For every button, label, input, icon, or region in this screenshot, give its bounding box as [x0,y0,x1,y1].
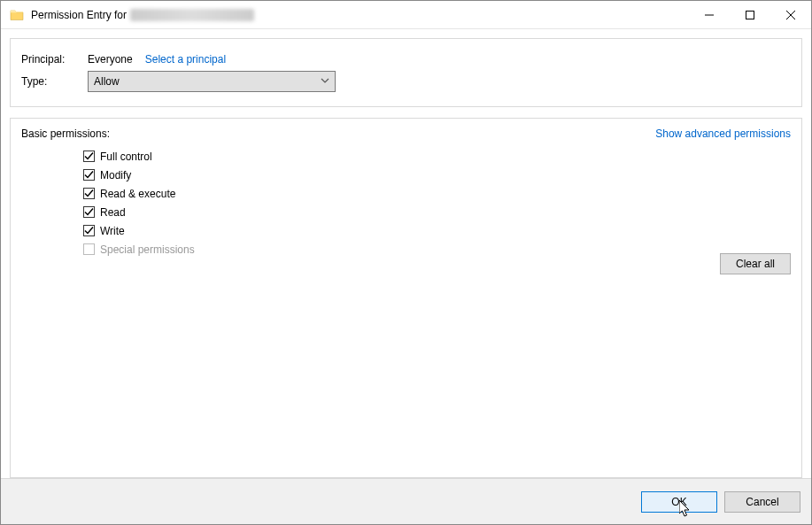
permission-item: Special permissions [83,240,791,259]
permissions-header: Basic permissions: Show advanced permiss… [21,127,791,140]
show-advanced-permissions-link[interactable]: Show advanced permissions [655,127,791,140]
permission-item: Full control [83,147,791,166]
minimize-button[interactable] [689,1,730,29]
permission-label: Read [100,206,126,219]
maximize-button[interactable] [730,1,770,29]
dialog-content: Principal: Everyone Select a principal T… [1,29,811,478]
window-title-object [130,9,254,21]
permission-item: Read [83,203,791,221]
permission-label: Full control [100,151,152,163]
basic-permissions-label: Basic permissions: [21,127,110,140]
permission-checkbox [83,243,95,255]
principal-group: Principal: Everyone Select a principal T… [10,38,802,107]
type-row: Type: Allow [21,71,791,92]
titlebar: Permission Entry for [1,1,811,29]
permissions-group: Basic permissions: Show advanced permiss… [10,118,802,478]
type-dropdown-value: Allow [94,75,120,88]
permission-label: Read & execute [100,188,175,200]
svg-rect-0 [746,11,754,19]
folder-icon [10,8,24,22]
close-button[interactable] [770,1,811,29]
permission-label: Modify [100,169,131,181]
chevron-down-icon [321,75,329,88]
type-dropdown[interactable]: Allow [88,71,336,92]
clear-all-button[interactable]: Clear all [720,253,791,274]
ok-button[interactable]: OK [641,491,717,513]
permission-item: Read & execute [83,184,791,203]
principal-row: Principal: Everyone Select a principal [21,53,791,66]
permission-item: Write [83,221,791,240]
principal-label: Principal: [21,53,88,66]
permission-checkbox[interactable] [83,188,95,199]
type-label: Type: [21,75,88,88]
window-title: Permission Entry for [31,9,127,21]
permission-item: Modify [83,166,791,184]
permission-checkbox[interactable] [83,225,95,236]
permission-label: Write [100,225,125,237]
permissions-list: Full controlModifyRead & executeReadWrit… [83,147,791,259]
permission-checkbox[interactable] [83,169,95,181]
permission-checkbox[interactable] [83,151,95,162]
permission-label: Special permissions [100,243,195,256]
cancel-button[interactable]: Cancel [724,491,800,513]
principal-value: Everyone [88,53,133,66]
dialog-footer: OK Cancel [1,478,811,524]
select-principal-link[interactable]: Select a principal [145,53,226,66]
permission-checkbox[interactable] [83,206,95,218]
permission-entry-dialog: Permission Entry for Principal: Everyone… [0,0,812,525]
